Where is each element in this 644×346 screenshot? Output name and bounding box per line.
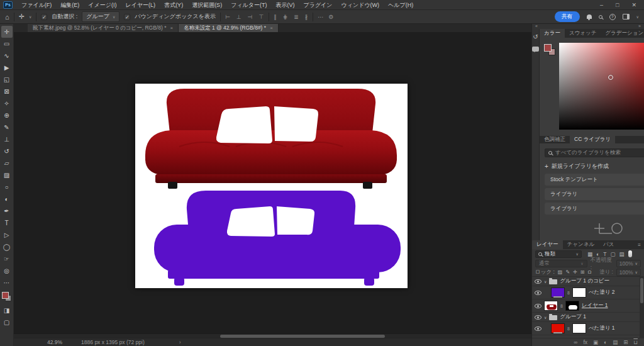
close-icon[interactable]: × bbox=[270, 25, 273, 31]
align-icon[interactable]: ⊣ bbox=[248, 14, 253, 20]
layer-thumbnail[interactable] bbox=[544, 301, 558, 311]
search-icon[interactable] bbox=[599, 15, 602, 19]
mask-link-icon[interactable]: 8 bbox=[567, 291, 570, 295]
layer-group-row[interactable]: ∨ グループ 1 のコピー bbox=[532, 277, 644, 286]
menu-item[interactable]: 選択範囲(S) bbox=[187, 0, 226, 10]
visibility-eye-icon[interactable] bbox=[535, 279, 541, 284]
zoom-level[interactable]: 42.9% bbox=[47, 339, 62, 345]
home-icon[interactable]: ⌂ bbox=[5, 13, 9, 21]
menu-item[interactable]: ウィンドウ(W) bbox=[337, 0, 384, 10]
mask-link-icon[interactable]: 8 bbox=[567, 326, 570, 331]
chevron-down-icon[interactable]: ∨ bbox=[636, 14, 639, 19]
layer-mask-thumbnail[interactable] bbox=[572, 323, 586, 333]
status-arrow-icon[interactable]: › bbox=[179, 339, 181, 345]
tool-button[interactable]: ◯ bbox=[1, 241, 13, 253]
help-icon[interactable]: ? bbox=[609, 14, 616, 20]
tool-button[interactable]: ⊠ bbox=[1, 86, 13, 98]
layers-footer-icon[interactable]: fx bbox=[583, 339, 587, 345]
align-icon[interactable]: ⊢ bbox=[225, 14, 231, 20]
layers-scrollbar[interactable] bbox=[640, 277, 644, 338]
panel-tab[interactable]: パス bbox=[599, 240, 618, 249]
document-tab[interactable]: 名称未設定 1 @ 42.9% (RGB/8#) * × bbox=[179, 24, 279, 32]
share-button[interactable]: 共有 bbox=[555, 11, 580, 22]
visibility-eye-icon[interactable] bbox=[535, 304, 541, 308]
fill-layer-row[interactable]: 8 べた塗り 1 bbox=[532, 322, 644, 335]
tool-button[interactable]: ✒ bbox=[1, 205, 13, 217]
canvas-area[interactable] bbox=[14, 32, 531, 333]
layers-footer-icon[interactable]: ▣ bbox=[593, 339, 598, 345]
expand-caret-icon[interactable]: ∨ bbox=[544, 315, 547, 320]
more-options-icon[interactable]: ⋯ bbox=[318, 14, 324, 20]
layer-name[interactable]: グループ 1 のコピー bbox=[560, 277, 609, 285]
tool-button[interactable]: ☞ bbox=[1, 253, 13, 265]
align-icon[interactable]: ⊤ bbox=[258, 14, 264, 20]
tool-button[interactable]: ◎ bbox=[1, 265, 13, 277]
collapse-panels-icon[interactable]: » bbox=[638, 24, 641, 29]
scrollbar-thumb[interactable] bbox=[640, 278, 643, 303]
lock-icon[interactable]: Ω bbox=[588, 269, 592, 275]
notifications-bell-icon[interactable] bbox=[587, 14, 592, 19]
mask-link-icon[interactable]: 8 bbox=[560, 304, 563, 308]
visibility-eye-icon[interactable] bbox=[535, 291, 541, 295]
tool-button[interactable]: ▱ bbox=[1, 157, 13, 169]
panel-tab[interactable]: スウォッチ bbox=[565, 29, 601, 38]
chevron-down-icon[interactable]: ∨ bbox=[29, 14, 31, 19]
menu-item[interactable]: プラグイン bbox=[299, 0, 336, 10]
bounding-box-checkbox[interactable]: ✓ bbox=[124, 14, 130, 20]
tool-button[interactable]: ▨ bbox=[1, 169, 13, 181]
tool-button[interactable]: ✎ bbox=[1, 121, 13, 133]
filter-toggle-switch[interactable] bbox=[628, 250, 632, 257]
layer-mask-thumbnail[interactable] bbox=[572, 287, 586, 298]
layers-footer-icon[interactable]: ∞ bbox=[574, 339, 577, 345]
layer-filter-icon[interactable]: ▤ bbox=[619, 251, 624, 257]
layer-filter-dropdown[interactable]: 種類 ∨ bbox=[535, 250, 582, 258]
visibility-eye-icon[interactable] bbox=[535, 315, 541, 320]
expand-caret-icon[interactable]: ∨ bbox=[544, 279, 547, 284]
workspace-switcher-icon[interactable] bbox=[623, 14, 630, 20]
toolbar-mode-button[interactable]: ▢ bbox=[1, 316, 13, 328]
document-canvas[interactable] bbox=[135, 84, 408, 288]
lock-icon[interactable]: ✛ bbox=[573, 269, 577, 275]
panel-menu-icon[interactable]: ≡ bbox=[635, 240, 644, 249]
auto-select-checkbox[interactable]: ✓ bbox=[41, 14, 47, 20]
document-tab[interactable]: 靴下素材.jpeg @ 52.8% (レイヤー 0 のコピー, RGB/8) *… bbox=[28, 24, 179, 32]
image-layer-row[interactable]: 8 レイヤー 1 bbox=[532, 299, 644, 313]
close-button[interactable]: ✕ bbox=[631, 2, 636, 8]
tool-button[interactable]: ✧ bbox=[1, 98, 13, 109]
blend-mode-dropdown[interactable]: 通常 ∨ bbox=[535, 260, 587, 267]
panel-tab[interactable]: CC ライブラリ bbox=[570, 136, 615, 143]
distribute-icon[interactable]: ∥ bbox=[274, 14, 277, 20]
menu-item[interactable]: 表示(V) bbox=[271, 0, 299, 10]
menu-item[interactable]: フィルター(T) bbox=[226, 0, 271, 10]
close-icon[interactable]: × bbox=[170, 25, 173, 31]
create-library-button[interactable]: + 新規ライブラリを作成 bbox=[545, 162, 644, 170]
align-icon[interactable]: ⊥ bbox=[236, 14, 242, 20]
layers-footer-icon[interactable]: ⊔ bbox=[633, 339, 638, 345]
tool-button[interactable]: ▷ bbox=[1, 229, 13, 241]
visibility-eye-icon[interactable] bbox=[535, 326, 541, 331]
distribute-icon[interactable]: ≣ bbox=[294, 14, 299, 20]
layer-name[interactable]: グループ 1 bbox=[560, 313, 586, 321]
tool-button[interactable]: ⊥ bbox=[1, 133, 13, 145]
fill-layer-row[interactable]: 8 べた塗り 2 bbox=[532, 286, 644, 299]
menu-item[interactable]: 編集(E) bbox=[56, 0, 84, 10]
foreground-color-swatch[interactable] bbox=[544, 44, 552, 52]
panel-tab[interactable]: レイヤー bbox=[532, 240, 563, 249]
history-panel-icon[interactable]: ↺ bbox=[533, 33, 538, 40]
panel-tab[interactable]: カラー bbox=[540, 29, 565, 38]
tool-button[interactable]: ∿ bbox=[1, 50, 13, 62]
layer-name[interactable]: べた塗り 2 bbox=[589, 289, 615, 296]
tool-button[interactable]: ↺ bbox=[1, 145, 13, 157]
panel-tab[interactable]: グラデーション bbox=[601, 29, 644, 38]
tool-button[interactable]: ◐ bbox=[1, 193, 13, 205]
move-tool-icon[interactable]: ✛ bbox=[19, 13, 25, 21]
tool-button[interactable]: ○ bbox=[1, 181, 13, 193]
tool-button[interactable]: ▶ bbox=[1, 62, 13, 74]
tool-button[interactable]: ⊕ bbox=[1, 109, 13, 121]
gear-icon[interactable]: ⚙ bbox=[328, 14, 334, 20]
collapse-panels-icon[interactable]: « bbox=[535, 24, 538, 29]
library-search-input[interactable]: すべてのライブラリを検索 bbox=[545, 148, 644, 157]
panel-tab[interactable]: 色調補正 bbox=[540, 136, 570, 143]
scrollbar-thumb[interactable] bbox=[220, 335, 385, 338]
menu-item[interactable]: 書式(Y) bbox=[160, 0, 187, 10]
